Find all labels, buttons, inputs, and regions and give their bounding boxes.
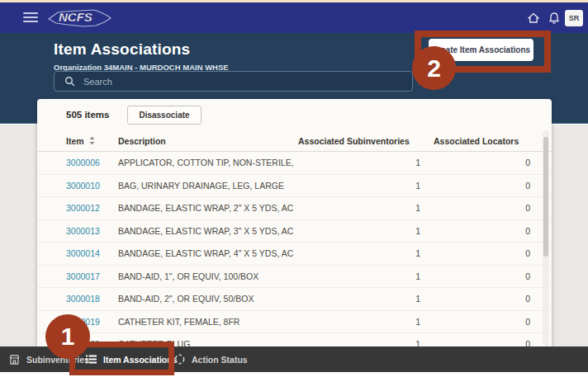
item-link[interactable]: 3000018 [66, 294, 100, 304]
tab-item-associations[interactable]: Item Associations [85, 346, 177, 372]
table-row: 3000013 BANDAGE, ELASTIC WRAP, 3" X 5 YD… [37, 220, 552, 243]
ncfs-logo: NCFS [46, 6, 116, 34]
row-description: BAG, URINARY DRAINAGE, LEG, LARGE [118, 181, 293, 191]
row-locators: 0 [420, 181, 530, 191]
row-locators: 0 [420, 248, 530, 258]
create-item-associations-button[interactable]: Create Item Associations [429, 39, 533, 61]
table-row: 3000018 BAND-AID, 2", OR EQUIV, 50/BOX 1… [37, 288, 552, 311]
row-description: CATHETER PLUG [118, 339, 293, 346]
row-locators: 0 [420, 271, 530, 281]
row-subinventories: 1 [293, 203, 420, 213]
item-link[interactable]: 3000020 [66, 339, 100, 346]
row-locators: 0 [420, 339, 530, 346]
tab-subinventories[interactable]: Subinventories [8, 346, 89, 372]
results-card: 505 items Disassociate Item Description … [37, 99, 552, 346]
table-row: 3000019 CATHETER KIT, FEMALE, 8FR 1 0 [37, 311, 552, 334]
row-description: BANDAGE, ELASTIC WRAP, 2" X 5 YDS, ACE O… [118, 203, 293, 213]
table-row: 3000006 APPLICATOR, COTTON TIP, NON-STER… [37, 152, 552, 175]
bottom-tab-bar: Subinventories Item Associations Action … [0, 346, 588, 372]
search-box [54, 71, 413, 92]
bell-icon[interactable] [547, 11, 562, 26]
ncfs-logo-text: NCFS [59, 10, 92, 24]
row-locators: 0 [420, 203, 530, 213]
item-link[interactable]: 3000012 [66, 203, 100, 213]
search-icon [64, 76, 75, 87]
column-header-associated-locators: Associated Locators [420, 136, 530, 146]
item-link[interactable]: 3000019 [66, 317, 100, 327]
item-link[interactable]: 3000010 [66, 181, 100, 191]
item-link[interactable]: 3000006 [66, 158, 100, 167]
sync-icon [173, 353, 186, 365]
row-subinventories: 1 [293, 226, 420, 236]
row-description: BAND-AID, 2", OR EQUIV, 50/BOX [118, 294, 293, 304]
table-row: 3000020 CATHETER PLUG 1 0 [37, 333, 552, 346]
table-row: 3000014 BANDAGE, ELASTIC WRAP, 4" X 5 YD… [37, 243, 552, 266]
table-header-row: Item Description Associated Subinventori… [37, 130, 552, 152]
row-subinventories: 1 [293, 181, 420, 191]
row-locators: 0 [420, 317, 530, 327]
row-subinventories: 1 [293, 248, 420, 258]
scrollbar-thumb[interactable] [543, 137, 548, 257]
table-toolbar: 505 items Disassociate [37, 99, 552, 130]
row-description: BANDAGE, ELASTIC WRAP, 3" X 5 YDS, ACE O… [118, 226, 293, 236]
table-body: 3000006 APPLICATOR, COTTON TIP, NON-STER… [37, 152, 552, 346]
sort-icon[interactable] [89, 136, 95, 145]
home-icon[interactable] [526, 11, 541, 26]
table-row: 3000012 BANDAGE, ELASTIC WRAP, 2" X 5 YD… [37, 197, 552, 220]
tab-label: Action Status [192, 355, 248, 365]
store-icon [8, 354, 21, 365]
disassociate-button[interactable]: Disassociate [127, 106, 201, 125]
tab-action-status[interactable]: Action Status [173, 346, 248, 372]
row-subinventories: 1 [293, 294, 420, 304]
top-navigation-bar: NCFS SR [0, 2, 588, 33]
hamburger-menu-icon[interactable] [23, 12, 38, 23]
user-avatar[interactable]: SR [565, 10, 583, 26]
row-subinventories: 1 [293, 339, 420, 346]
search-input[interactable] [75, 77, 412, 87]
tab-label: Subinventories [26, 355, 89, 365]
row-locators: 0 [420, 158, 530, 167]
row-description: CATHETER KIT, FEMALE, 8FR [118, 317, 293, 327]
item-link[interactable]: 3000013 [66, 226, 100, 236]
row-description: APPLICATOR, COTTON TIP, NON-STERILE, 6",… [118, 158, 293, 167]
row-description: BANDAGE, ELASTIC WRAP, 4" X 5 YDS, ACE O… [118, 248, 293, 258]
column-header-associated-subinventories: Associated Subinventories [293, 136, 420, 146]
column-header-description: Description [118, 136, 293, 146]
tab-label: Item Associations [103, 355, 177, 365]
item-link[interactable]: 3000014 [66, 248, 100, 258]
page-title: Item Associations [54, 40, 190, 59]
row-subinventories: 1 [293, 317, 420, 327]
row-subinventories: 1 [293, 271, 420, 281]
table-scrollbar[interactable] [543, 130, 549, 346]
row-subinventories: 1 [293, 158, 420, 167]
table-row: 3000017 BAND-AID, 1", OR EQUIV, 100/BOX … [37, 266, 552, 289]
items-count: 505 items [66, 110, 109, 120]
row-locators: 0 [420, 294, 530, 304]
item-link[interactable]: 3000017 [66, 271, 100, 281]
table-row: 3000010 BAG, URINARY DRAINAGE, LEG, LARG… [37, 175, 552, 198]
list-icon [85, 354, 97, 365]
row-locators: 0 [420, 226, 530, 236]
row-description: BAND-AID, 1", OR EQUIV, 100/BOX [118, 271, 293, 281]
column-header-item[interactable]: Item [66, 136, 84, 146]
